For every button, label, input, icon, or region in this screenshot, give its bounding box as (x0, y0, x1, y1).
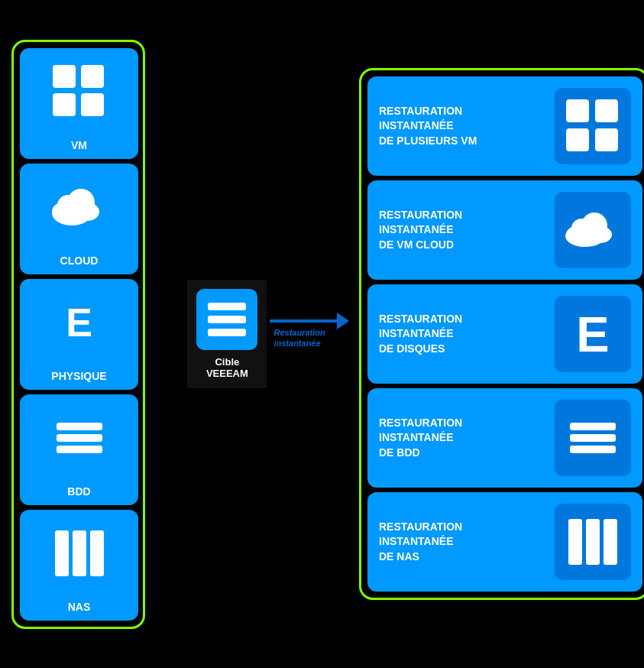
cible-label-text: Cible VEEEAM (206, 356, 248, 379)
middle-section: Cible VEEEAM Restauration instantanée (145, 277, 359, 391)
source-item-bdd: BDD (20, 394, 138, 505)
source-item-cloud: CLOUD (20, 164, 138, 274)
source-item-nas: NAS (20, 510, 138, 621)
cloud-label: CLOUD (60, 255, 99, 267)
dest-text-vm-cloud: RESTAURATION INSTANTANÉE DE VM CLOUD (379, 208, 555, 253)
dest-icon-vm-cloud (555, 192, 631, 268)
svg-rect-7 (208, 329, 246, 336)
cloud-icon (45, 173, 114, 242)
left-connector-line (145, 332, 184, 336)
svg-rect-6 (208, 316, 246, 323)
dest-text-vm-multi: RESTAURATION INSTANTANÉE DE PLUSIEURS VM (379, 104, 555, 149)
dest-text-disques: RESTAURATION INSTANTANÉE DE DISQUES (379, 312, 555, 357)
nas-icon (45, 519, 114, 588)
dest-item-bdd: RESTAURATION INSTANTANÉE DE BDD (367, 388, 642, 488)
physique-icon: E (45, 288, 114, 357)
dest-text-bdd: RESTAURATION INSTANTANÉE DE BDD (379, 416, 555, 461)
dest-item-vm-cloud: RESTAURATION INSTANTANÉE DE VM CLOUD (367, 180, 642, 280)
right-arrow-section: Restauration instantanée (270, 319, 359, 349)
dest-icon-bdd (555, 400, 631, 476)
nas-label: NAS (68, 601, 91, 613)
arrow-label: Restauration instantanée (273, 327, 359, 349)
dest-icon-nas (555, 504, 631, 580)
main-container: VM CLOUD E PHYSIQUE (0, 0, 644, 668)
right-arrow-line (270, 319, 338, 323)
svg-point-12 (581, 212, 607, 238)
source-item-physique: E PHYSIQUE (20, 279, 138, 390)
bdd-label: BDD (67, 485, 90, 498)
vm-icon (45, 57, 114, 126)
dest-item-nas: RESTAURATION INSTANTANÉE DE NAS (367, 492, 642, 592)
left-panel: VM CLOUD E PHYSIQUE (11, 40, 145, 629)
right-panel: RESTAURATION INSTANTANÉE DE PLUSIEURS VM… (359, 68, 644, 600)
svg-point-4 (67, 189, 95, 216)
cible-icon (196, 289, 257, 350)
cible-box: Cible VEEEAM (184, 277, 270, 391)
bdd-icon (45, 404, 114, 472)
dest-item-disques: RESTAURATION INSTANTANÉE DE DISQUES E (367, 284, 642, 384)
vm-label: VM (71, 139, 87, 151)
dest-icon-vm-multi (555, 88, 631, 164)
physique-label: PHYSIQUE (51, 370, 106, 382)
dest-item-vm-multi: RESTAURATION INSTANTANÉE DE PLUSIEURS VM (367, 76, 642, 176)
source-item-vm: VM (20, 48, 138, 159)
svg-rect-5 (208, 303, 246, 310)
dest-icon-disques: E (555, 296, 631, 372)
dest-text-nas: RESTAURATION INSTANTANÉE DE NAS (379, 520, 555, 565)
cible-label: Cible VEEEAM (206, 356, 248, 379)
